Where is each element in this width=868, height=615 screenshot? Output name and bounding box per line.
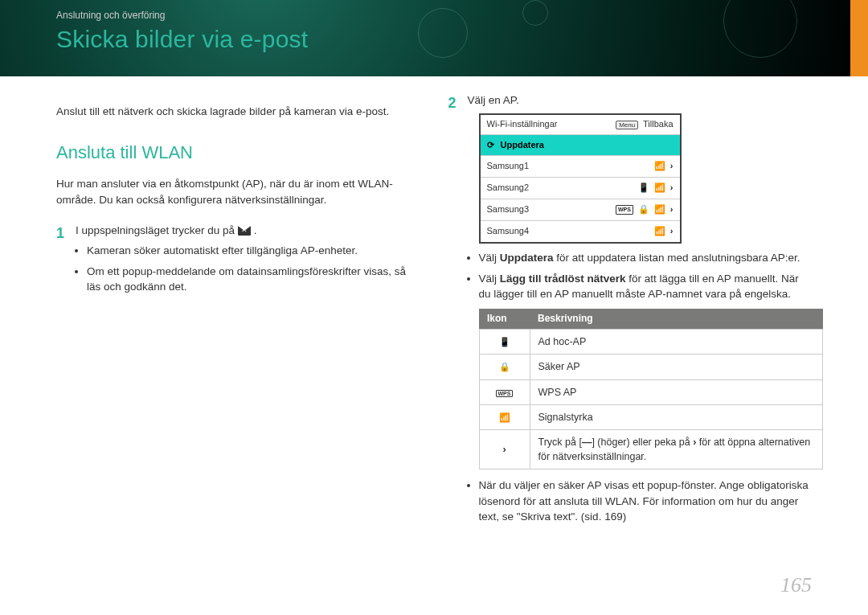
decor-bubble — [522, 0, 548, 26]
step-2-text: Välj en AP. — [468, 94, 519, 106]
section-heading: Ansluta till WLAN — [56, 140, 420, 166]
adhoc-icon — [638, 182, 649, 195]
bullet: Välj Lägg till trådlöst nätverk för att … — [479, 271, 813, 302]
bullet: Kameran söker automatiskt efter tillgäng… — [87, 243, 420, 259]
menu-button-label: Menu — [616, 121, 638, 129]
cell-desc: Säker AP — [530, 355, 823, 379]
wifi-signal-icon — [654, 160, 665, 173]
section-description: Hur man ansluter via en åtkomstpunkt (AP… — [56, 176, 420, 207]
left-column: Anslut till ett nätverk och skicka lagra… — [56, 92, 420, 530]
chevron-right-icon: › — [670, 225, 674, 238]
step-1-bullets: Kameran söker automatiskt efter tillgäng… — [76, 243, 420, 295]
cell-desc: Signalstyrka — [530, 404, 823, 429]
wifi-signal-icon — [654, 203, 665, 216]
lock-icon — [499, 361, 510, 372]
wifi-ap-row[interactable]: Samsung2 › — [481, 177, 680, 199]
step-number: 2 — [448, 92, 460, 530]
page-number: 165 — [780, 573, 812, 597]
bullet: När du väljer en säker AP visas ett popu… — [479, 478, 813, 525]
table-row: Säker AP — [479, 355, 823, 379]
post-panel-bullets: Välj Uppdatera för att uppdatera listan … — [468, 250, 813, 302]
cell-desc: WPS AP — [530, 379, 823, 404]
ap-icons: › — [654, 225, 674, 238]
cell-icon — [479, 404, 530, 429]
wps-icon: WPS — [616, 205, 633, 215]
ap-icons: WPS › — [616, 203, 674, 216]
content-area: Anslut till ett nätverk och skicka lagra… — [56, 92, 812, 530]
ap-name: Samsung3 — [487, 203, 530, 216]
icon-legend-table: Ikon Beskrivning Ad hoc-AP Säker AP WPS … — [479, 309, 824, 469]
th-desc: Beskrivning — [530, 309, 823, 330]
cell-icon: WPS — [479, 379, 530, 404]
wps-icon: WPS — [496, 390, 514, 397]
intro-text: Anslut till ett nätverk och skicka lagra… — [56, 104, 420, 120]
dash-icon: — — [582, 437, 592, 448]
step-1: 1 I uppspelningsläget trycker du på . Ka… — [56, 223, 420, 300]
ap-icons: › — [638, 182, 674, 195]
bullet: Om ett popup-meddelande om datainsamling… — [87, 264, 420, 295]
step-1-text-a: I uppspelningsläget trycker du på — [76, 224, 238, 236]
cell-icon — [479, 355, 530, 379]
wifi-panel-title: Wi-Fi-inställningar — [487, 118, 558, 131]
step-2: 2 Välj en AP. Wi-Fi-inställningar Menu T… — [448, 92, 813, 530]
lock-icon — [638, 203, 649, 216]
wifi-signal-icon — [499, 412, 510, 423]
ap-icons: › — [654, 160, 674, 173]
table-row: WPS WPS AP — [479, 379, 823, 404]
chevron-right-icon: › — [502, 444, 506, 455]
wifi-panel-back: Menu Tillbaka — [616, 118, 673, 131]
step-number: 1 — [56, 223, 68, 300]
refresh-icon: ⟳ — [487, 140, 494, 150]
wifi-ap-row[interactable]: Samsung3 WPS › — [481, 199, 680, 220]
update-label: Uppdatera — [501, 140, 544, 150]
step-1-text-b: . — [254, 224, 257, 236]
table-header-row: Ikon Beskrivning — [479, 309, 823, 330]
wifi-panel-header: Wi-Fi-inställningar Menu Tillbaka — [481, 115, 680, 134]
step-2-body: Välj en AP. Wi-Fi-inställningar Menu Til… — [468, 92, 813, 530]
ap-name: Samsung2 — [487, 182, 530, 195]
adhoc-icon — [499, 336, 510, 347]
back-label: Tillbaka — [643, 119, 674, 129]
ap-name: Samsung4 — [487, 225, 530, 238]
email-icon — [238, 226, 251, 236]
decor-bubble — [418, 8, 468, 58]
chevron-right-icon: › — [670, 203, 674, 216]
cell-desc: Tryck på [—] (höger) eller peka på › för… — [530, 429, 823, 469]
wifi-update-content: ⟳ Uppdatera — [487, 139, 544, 152]
cell-icon — [479, 330, 530, 355]
section-tab — [850, 0, 868, 76]
cell-desc: Ad hoc-AP — [530, 330, 823, 355]
right-column: 2 Välj en AP. Wi-Fi-inställningar Menu T… — [448, 92, 813, 530]
table-row: Ad hoc-AP — [479, 330, 823, 355]
wifi-ap-row[interactable]: Samsung1 › — [481, 155, 680, 177]
header-band: Anslutning och överföring Skicka bilder … — [0, 0, 868, 76]
table-row: Signalstyrka — [479, 404, 823, 429]
th-icon: Ikon — [479, 309, 530, 330]
ap-name: Samsung1 — [487, 160, 530, 173]
wifi-update-row[interactable]: ⟳ Uppdatera — [481, 134, 680, 156]
wifi-signal-icon — [654, 182, 665, 195]
bullet: Välj Uppdatera för att uppdatera listan … — [479, 250, 813, 266]
wifi-ap-row[interactable]: Samsung4 › — [481, 220, 680, 242]
step-1-body: I uppspelningsläget trycker du på . Kame… — [76, 223, 420, 300]
chevron-right-icon: › — [670, 160, 674, 173]
final-bullets: När du väljer en säker AP visas ett popu… — [468, 478, 813, 525]
wifi-settings-panel: Wi-Fi-inställningar Menu Tillbaka ⟳ Uppd… — [479, 113, 682, 244]
cell-icon: › — [479, 429, 530, 469]
chevron-right-icon: › — [670, 182, 674, 195]
wifi-signal-icon — [654, 225, 665, 238]
table-row: › Tryck på [—] (höger) eller peka på › f… — [479, 429, 823, 469]
